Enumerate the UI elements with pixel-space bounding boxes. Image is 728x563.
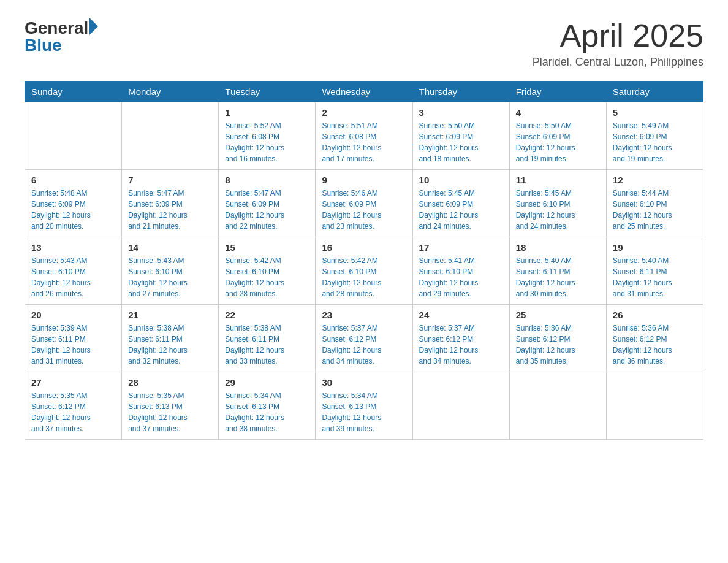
day-cell [25,102,122,170]
day-cell: 20Sunrise: 5:39 AMSunset: 6:11 PMDayligh… [25,305,122,372]
day-number: 4 [516,107,600,118]
day-cell: 9Sunrise: 5:46 AMSunset: 6:09 PMDaylight… [316,170,412,237]
day-info-text: Sunrise: 5:37 AMSunset: 6:12 PMDaylight:… [419,323,503,367]
day-info-text: Sunrise: 5:42 AMSunset: 6:10 PMDaylight:… [225,255,309,299]
day-cell: 8Sunrise: 5:47 AMSunset: 6:09 PMDaylight… [219,170,316,237]
day-number: 27 [31,377,115,388]
day-info-text: Sunrise: 5:45 AMSunset: 6:09 PMDaylight:… [419,188,503,232]
day-number: 20 [31,310,115,320]
day-info-text: Sunrise: 5:36 AMSunset: 6:12 PMDaylight:… [516,323,600,367]
day-number: 5 [613,107,697,118]
calendar-table: SundayMondayTuesdayWednesdayThursdayFrid… [25,81,703,440]
day-info-text: Sunrise: 5:38 AMSunset: 6:11 PMDaylight:… [128,323,212,367]
day-number: 16 [322,242,406,253]
day-number: 25 [516,310,600,320]
day-cell: 17Sunrise: 5:41 AMSunset: 6:10 PMDayligh… [412,237,509,305]
day-number: 19 [613,242,697,253]
day-number: 23 [322,310,406,320]
day-number: 13 [31,242,115,253]
day-number: 2 [322,107,406,118]
day-info-text: Sunrise: 5:50 AMSunset: 6:09 PMDaylight:… [419,120,503,164]
day-info-text: Sunrise: 5:37 AMSunset: 6:12 PMDaylight:… [322,323,406,367]
location-subtitle: Plaridel, Central Luzon, Philippines [533,56,703,69]
day-cell: 6Sunrise: 5:48 AMSunset: 6:09 PMDaylight… [25,170,122,237]
page-header: General Blue April 2025 Plaridel, Centra… [25,18,703,69]
day-cell: 14Sunrise: 5:43 AMSunset: 6:10 PMDayligh… [122,237,219,305]
day-info-text: Sunrise: 5:35 AMSunset: 6:13 PMDaylight:… [128,390,212,434]
day-cell: 28Sunrise: 5:35 AMSunset: 6:13 PMDayligh… [122,372,219,440]
day-cell: 24Sunrise: 5:37 AMSunset: 6:12 PMDayligh… [412,305,509,372]
day-info-text: Sunrise: 5:52 AMSunset: 6:08 PMDaylight:… [225,120,309,164]
header-cell-monday: Monday [122,82,219,102]
day-info-text: Sunrise: 5:44 AMSunset: 6:10 PMDaylight:… [613,188,697,232]
day-number: 8 [225,175,309,185]
day-info-text: Sunrise: 5:40 AMSunset: 6:11 PMDaylight:… [516,255,600,299]
logo-triangle-icon [89,18,98,35]
day-cell: 22Sunrise: 5:38 AMSunset: 6:11 PMDayligh… [219,305,316,372]
day-cell [606,372,703,440]
logo-blue-text: Blue [25,36,62,55]
day-info-text: Sunrise: 5:47 AMSunset: 6:09 PMDaylight:… [128,188,212,232]
day-info-text: Sunrise: 5:42 AMSunset: 6:10 PMDaylight:… [322,255,406,299]
day-cell: 23Sunrise: 5:37 AMSunset: 6:12 PMDayligh… [316,305,412,372]
day-info-text: Sunrise: 5:48 AMSunset: 6:09 PMDaylight:… [31,188,115,232]
day-cell: 21Sunrise: 5:38 AMSunset: 6:11 PMDayligh… [122,305,219,372]
day-info-text: Sunrise: 5:36 AMSunset: 6:12 PMDaylight:… [613,323,697,367]
day-number: 7 [128,175,212,185]
day-number: 9 [322,175,406,185]
day-info-text: Sunrise: 5:43 AMSunset: 6:10 PMDaylight:… [128,255,212,299]
header-row: SundayMondayTuesdayWednesdayThursdayFrid… [25,82,703,102]
day-info-text: Sunrise: 5:38 AMSunset: 6:11 PMDaylight:… [225,323,309,367]
day-cell: 4Sunrise: 5:50 AMSunset: 6:09 PMDaylight… [509,102,606,170]
day-info-text: Sunrise: 5:45 AMSunset: 6:10 PMDaylight:… [516,188,600,232]
header-cell-tuesday: Tuesday [219,82,316,102]
day-cell: 12Sunrise: 5:44 AMSunset: 6:10 PMDayligh… [606,170,703,237]
day-number: 11 [516,175,600,185]
day-cell: 11Sunrise: 5:45 AMSunset: 6:10 PMDayligh… [509,170,606,237]
day-cell: 18Sunrise: 5:40 AMSunset: 6:11 PMDayligh… [509,237,606,305]
day-cell: 26Sunrise: 5:36 AMSunset: 6:12 PMDayligh… [606,305,703,372]
week-row-5: 27Sunrise: 5:35 AMSunset: 6:12 PMDayligh… [25,372,703,440]
day-number: 12 [613,175,697,185]
header-cell-friday: Friday [509,82,606,102]
day-info-text: Sunrise: 5:43 AMSunset: 6:10 PMDaylight:… [31,255,115,299]
day-number: 30 [322,377,406,388]
day-number: 6 [31,175,115,185]
week-row-4: 20Sunrise: 5:39 AMSunset: 6:11 PMDayligh… [25,305,703,372]
day-info-text: Sunrise: 5:46 AMSunset: 6:09 PMDaylight:… [322,188,406,232]
day-number: 17 [419,242,503,253]
week-row-2: 6Sunrise: 5:48 AMSunset: 6:09 PMDaylight… [25,170,703,237]
title-block: April 2025 Plaridel, Central Luzon, Phil… [533,18,703,69]
day-cell: 3Sunrise: 5:50 AMSunset: 6:09 PMDaylight… [412,102,509,170]
week-row-3: 13Sunrise: 5:43 AMSunset: 6:10 PMDayligh… [25,237,703,305]
day-info-text: Sunrise: 5:34 AMSunset: 6:13 PMDaylight:… [322,390,406,434]
day-number: 24 [419,310,503,320]
day-number: 15 [225,242,309,253]
day-cell: 16Sunrise: 5:42 AMSunset: 6:10 PMDayligh… [316,237,412,305]
day-cell [509,372,606,440]
calendar-header: SundayMondayTuesdayWednesdayThursdayFrid… [25,82,703,102]
day-cell [412,372,509,440]
day-cell: 27Sunrise: 5:35 AMSunset: 6:12 PMDayligh… [25,372,122,440]
day-number: 22 [225,310,309,320]
day-cell: 13Sunrise: 5:43 AMSunset: 6:10 PMDayligh… [25,237,122,305]
header-cell-sunday: Sunday [25,82,122,102]
day-info-text: Sunrise: 5:41 AMSunset: 6:10 PMDaylight:… [419,255,503,299]
day-info-text: Sunrise: 5:39 AMSunset: 6:11 PMDaylight:… [31,323,115,367]
day-info-text: Sunrise: 5:50 AMSunset: 6:09 PMDaylight:… [516,120,600,164]
day-number: 26 [613,310,697,320]
day-cell: 10Sunrise: 5:45 AMSunset: 6:09 PMDayligh… [412,170,509,237]
day-cell [122,102,219,170]
day-number: 29 [225,377,309,388]
day-cell: 5Sunrise: 5:49 AMSunset: 6:09 PMDaylight… [606,102,703,170]
week-row-1: 1Sunrise: 5:52 AMSunset: 6:08 PMDaylight… [25,102,703,170]
day-number: 10 [419,175,503,185]
day-cell: 29Sunrise: 5:34 AMSunset: 6:13 PMDayligh… [219,372,316,440]
day-info-text: Sunrise: 5:34 AMSunset: 6:13 PMDaylight:… [225,390,309,434]
header-cell-saturday: Saturday [606,82,703,102]
day-cell: 7Sunrise: 5:47 AMSunset: 6:09 PMDaylight… [122,170,219,237]
day-cell: 15Sunrise: 5:42 AMSunset: 6:10 PMDayligh… [219,237,316,305]
day-number: 1 [225,107,309,118]
header-cell-thursday: Thursday [412,82,509,102]
day-cell: 2Sunrise: 5:51 AMSunset: 6:08 PMDaylight… [316,102,412,170]
